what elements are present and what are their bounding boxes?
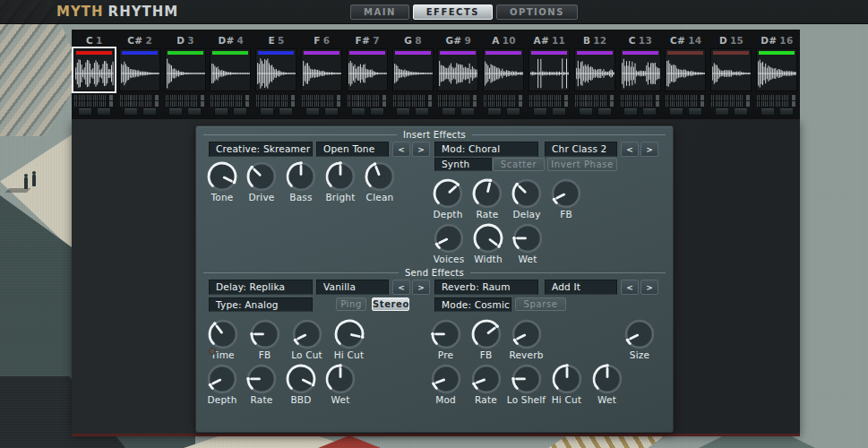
waveform-display[interactable] bbox=[529, 48, 570, 91]
pad-slider-top[interactable] bbox=[621, 95, 660, 100]
pad-button-right[interactable] bbox=[415, 108, 429, 116]
pad-button-left[interactable] bbox=[78, 108, 92, 116]
scatter-button[interactable]: Scatter bbox=[493, 158, 545, 171]
knob-pre[interactable]: Pre bbox=[425, 316, 466, 360]
pad-F6[interactable]: F6 bbox=[299, 30, 345, 119]
pad-button-right[interactable] bbox=[142, 108, 157, 116]
pad-button-left[interactable] bbox=[669, 108, 683, 116]
knob-fb[interactable]: FB bbox=[546, 176, 586, 220]
waveform-display[interactable] bbox=[301, 48, 342, 91]
pad-slider-bottom[interactable] bbox=[393, 101, 433, 107]
reverb-effect-select[interactable]: Reverb: Raum bbox=[434, 280, 538, 295]
pad-button-right[interactable] bbox=[460, 108, 475, 116]
delay-type-select[interactable]: Type: Analog bbox=[209, 297, 313, 312]
pad-button-left[interactable] bbox=[124, 108, 138, 116]
knob-drive[interactable]: Drive bbox=[242, 159, 281, 202]
knob-width[interactable]: Width bbox=[468, 220, 508, 264]
knob-lo-cut[interactable]: Lo Cut bbox=[286, 316, 328, 360]
pad-slider-top[interactable] bbox=[438, 95, 477, 100]
waveform-display[interactable] bbox=[165, 48, 206, 91]
waveform-display[interactable] bbox=[620, 48, 661, 91]
knob-delay[interactable]: Delay bbox=[507, 176, 546, 220]
knob-wet[interactable]: Wet bbox=[508, 220, 547, 264]
waveform-display[interactable] bbox=[574, 48, 615, 91]
pad-button-left[interactable] bbox=[168, 108, 183, 116]
pad-slider-top[interactable] bbox=[757, 95, 796, 100]
insert-right-prev-button[interactable]: < bbox=[621, 142, 639, 157]
pad-B12[interactable]: B12 bbox=[572, 30, 618, 119]
knob-rate[interactable]: Rate bbox=[466, 361, 506, 405]
knob-wet[interactable]: Wet bbox=[587, 361, 627, 405]
knob-fb[interactable]: FB bbox=[466, 316, 506, 360]
waveform-display[interactable] bbox=[756, 48, 797, 91]
pad-slider-bottom[interactable] bbox=[621, 101, 660, 107]
waveform-display[interactable] bbox=[665, 48, 706, 91]
pad-button-right[interactable] bbox=[779, 108, 794, 116]
pad-G8[interactable]: G8 bbox=[391, 30, 436, 119]
pad-slider-top[interactable] bbox=[302, 95, 341, 100]
reverb-prev-button[interactable]: < bbox=[621, 280, 639, 295]
pad-button-right[interactable] bbox=[506, 108, 520, 116]
pad-slider-bottom[interactable] bbox=[529, 101, 569, 107]
pad-button-right[interactable] bbox=[324, 108, 339, 116]
pad-button-right[interactable] bbox=[552, 108, 566, 116]
knob-wet[interactable]: Wet bbox=[321, 361, 360, 405]
waveform-display[interactable] bbox=[437, 48, 478, 91]
stereo-button[interactable]: Stereo bbox=[372, 297, 409, 311]
waveform-display[interactable] bbox=[483, 48, 524, 91]
knob-depth[interactable]: Depth bbox=[202, 361, 242, 405]
pad-slider-bottom[interactable] bbox=[757, 101, 796, 107]
insert-left-prev-button[interactable]: < bbox=[392, 142, 410, 157]
pad-Fs7[interactable]: F#7 bbox=[345, 30, 391, 119]
pad-button-left[interactable] bbox=[260, 108, 274, 116]
knob-clean[interactable]: Clean bbox=[360, 159, 400, 202]
pad-button-left[interactable] bbox=[715, 108, 729, 116]
pad-D3[interactable]: D3 bbox=[163, 30, 209, 119]
knob-tone[interactable]: Tone bbox=[202, 159, 242, 202]
insert-left-effect-select[interactable]: Creative: Skreamer bbox=[209, 142, 313, 157]
insert-right-effect-select[interactable]: Mod: Choral bbox=[434, 142, 538, 157]
pad-slider-bottom[interactable] bbox=[74, 101, 114, 107]
pad-C1[interactable]: C1 bbox=[72, 30, 117, 119]
tab-main[interactable]: MAIN bbox=[350, 4, 409, 20]
ping-button[interactable]: Ping bbox=[336, 297, 366, 311]
knob-fb[interactable]: FB bbox=[244, 316, 286, 360]
pad-C13[interactable]: C13 bbox=[618, 30, 664, 119]
knob-bright[interactable]: Bright bbox=[321, 159, 360, 202]
pad-button-left[interactable] bbox=[579, 108, 593, 116]
insert-right-preset-select[interactable]: Chr Class 2 bbox=[545, 142, 617, 157]
pad-Ds4[interactable]: D#4 bbox=[208, 30, 254, 119]
invert-phase-button[interactable]: Invert Phase bbox=[547, 158, 617, 171]
pad-A10[interactable]: A10 bbox=[481, 30, 527, 119]
pad-slider-top[interactable] bbox=[484, 95, 523, 100]
mod-mode-select[interactable]: Synth bbox=[434, 158, 492, 171]
tab-options[interactable]: OPTIONS bbox=[496, 4, 578, 20]
pad-slider-top[interactable] bbox=[393, 95, 433, 100]
pad-slider-top[interactable] bbox=[211, 95, 250, 100]
waveform-display[interactable] bbox=[210, 48, 251, 91]
pad-slider-bottom[interactable] bbox=[302, 101, 341, 107]
knob-lo-shelf[interactable]: Lo Shelf bbox=[506, 361, 546, 405]
pad-Gs9[interactable]: G#9 bbox=[435, 30, 481, 119]
pad-slider-bottom[interactable] bbox=[256, 101, 296, 107]
pad-button-right[interactable] bbox=[642, 108, 657, 116]
knob-mod[interactable]: Mod bbox=[425, 361, 466, 405]
pad-slider-top[interactable] bbox=[529, 95, 569, 100]
pad-button-left[interactable] bbox=[305, 108, 320, 116]
insert-right-next-button[interactable]: > bbox=[640, 142, 658, 157]
knob-bbd[interactable]: BBD bbox=[281, 361, 321, 405]
pad-button-left[interactable] bbox=[396, 108, 410, 116]
pad-slider-top[interactable] bbox=[348, 95, 387, 100]
knob-depth[interactable]: Depth bbox=[428, 176, 468, 220]
pad-slider-top[interactable] bbox=[74, 95, 114, 100]
pad-slider-top[interactable] bbox=[575, 95, 614, 100]
pad-button-left[interactable] bbox=[351, 108, 365, 116]
tab-effects[interactable]: EFFECTS bbox=[413, 4, 493, 20]
pad-button-right[interactable] bbox=[233, 108, 247, 116]
pad-button-right[interactable] bbox=[370, 108, 384, 116]
knob-reverb[interactable]: Reverb bbox=[506, 316, 546, 360]
pad-slider-bottom[interactable] bbox=[438, 101, 477, 107]
knob-size[interactable]: Size bbox=[620, 316, 659, 360]
sparse-button[interactable]: Sparse bbox=[515, 297, 566, 311]
knob-bass[interactable]: Bass bbox=[281, 159, 321, 202]
